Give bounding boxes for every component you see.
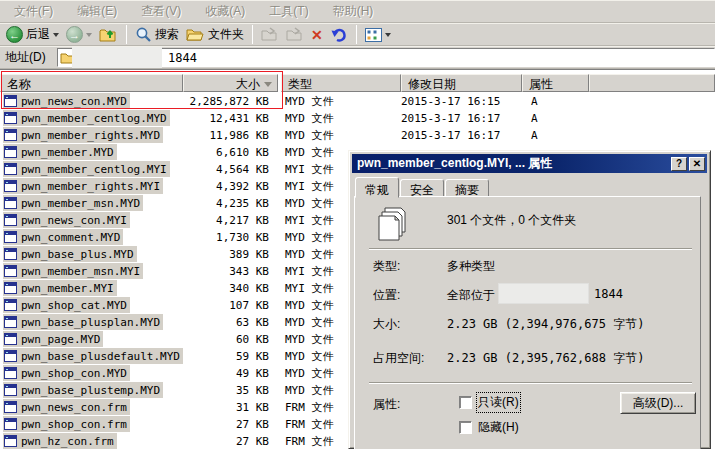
- file-attr-cell: A: [522, 112, 589, 125]
- file-size-cell: 4,235 KB: [183, 197, 278, 210]
- readonly-label[interactable]: 只读(R): [478, 394, 519, 411]
- file-name-cell[interactable]: pwn_member_centlog.MYI: [0, 161, 183, 178]
- search-button[interactable]: 搜索: [133, 24, 181, 45]
- file-size-cell: 11,986 KB: [183, 129, 278, 142]
- file-name-cell[interactable]: pwn_news_con.MYD: [0, 93, 183, 110]
- forward-icon: →: [66, 26, 83, 43]
- up-folder-icon: [99, 26, 118, 43]
- move-to-button: [259, 24, 281, 45]
- file-icon: [4, 95, 17, 107]
- hidden-checkbox[interactable]: [459, 421, 472, 434]
- views-icon: [365, 28, 382, 42]
- menu-item[interactable]: 查看(V): [137, 1, 185, 22]
- file-name-cell[interactable]: pwn_member_msn.MYI: [0, 263, 183, 280]
- address-input[interactable]: 1844: [57, 48, 715, 67]
- forward-dropdown-icon[interactable]: [86, 33, 92, 37]
- help-button[interactable]: ?: [671, 157, 687, 171]
- file-icon: [4, 299, 17, 311]
- file-name-cell[interactable]: pwn_member_rights.MYI: [0, 178, 183, 195]
- toolbar-separator: [126, 25, 127, 44]
- dialog-tabs: 常规安全摘要: [355, 177, 490, 197]
- back-dropdown-icon[interactable]: [53, 33, 59, 37]
- general-tab-panel: 301 个文件，0 个文件夹 类型: 多种类型 位置: 全部位于 1844 大小…: [354, 196, 701, 449]
- copy-to-button: [284, 24, 306, 45]
- file-name-cell[interactable]: pwn_base_plus.MYD: [0, 246, 183, 263]
- sort-desc-icon: [264, 82, 272, 87]
- advanced-button[interactable]: 高级(D)...: [620, 392, 696, 414]
- up-button[interactable]: [97, 24, 120, 45]
- readonly-checkbox[interactable]: [459, 396, 472, 409]
- views-button[interactable]: [363, 24, 393, 45]
- file-name-cell[interactable]: pwn_shop_con.MYD: [0, 365, 183, 382]
- redaction-box: [498, 283, 589, 304]
- file-type-cell: MYD 文件: [281, 94, 401, 109]
- search-label: 搜索: [155, 26, 179, 43]
- file-name-cell[interactable]: pwn_member.MYI: [0, 280, 183, 297]
- column-header-type[interactable]: 类型: [281, 74, 401, 92]
- menu-item[interactable]: 编辑(E): [73, 1, 121, 22]
- column-header-modified[interactable]: 修改日期: [401, 74, 522, 92]
- file-name-cell[interactable]: pwn_page.MYD: [0, 331, 183, 348]
- back-button[interactable]: ← 后退: [4, 24, 61, 45]
- menu-item[interactable]: 帮助(H): [329, 1, 378, 22]
- dialog-title-bar[interactable]: pwn_member_centlog.MYI, ... 属性 ? ✕: [352, 154, 707, 173]
- properties-dialog: pwn_member_centlog.MYI, ... 属性 ? ✕ 常规安全摘…: [348, 150, 711, 449]
- file-name-cell[interactable]: pwn_base_plusdefault.MYD: [0, 348, 183, 365]
- table-row[interactable]: pwn_member_centlog.MYD 12,431 KB MYD 文件 …: [0, 110, 715, 127]
- size-label: 大小:: [373, 316, 400, 333]
- file-name-cell[interactable]: pwn_news_con.MYI: [0, 212, 183, 229]
- delete-icon: ✕: [311, 28, 323, 42]
- file-name-cell[interactable]: pwn_hz_con.frm: [0, 433, 183, 449]
- dialog-tab[interactable]: 常规: [355, 177, 399, 198]
- location-value: 1844: [594, 287, 623, 301]
- folders-button[interactable]: 文件夹: [184, 24, 246, 45]
- folders-icon: [186, 27, 205, 42]
- table-row[interactable]: pwn_news_con.MYD 2,285,872 KB MYD 文件 201…: [0, 93, 715, 110]
- file-size-cell: 31 KB: [183, 401, 278, 414]
- views-dropdown-icon[interactable]: [385, 33, 391, 37]
- file-size-cell: 27 KB: [183, 418, 278, 431]
- table-row[interactable]: pwn_member_rights.MYD 11,986 KB MYD 文件 2…: [0, 127, 715, 144]
- file-name-cell[interactable]: pwn_member_msn.MYD: [0, 195, 183, 212]
- file-name-cell[interactable]: pwn_shop_con.frm: [0, 416, 183, 433]
- dialog-tab[interactable]: 摘要: [445, 179, 489, 197]
- file-attr-cell: A: [522, 129, 589, 142]
- undo-button[interactable]: [328, 24, 350, 45]
- column-header-size[interactable]: 大小: [183, 74, 278, 92]
- menu-item[interactable]: 收藏(A): [201, 1, 249, 22]
- file-size-cell: 389 KB: [183, 248, 278, 261]
- dialog-tab[interactable]: 安全: [400, 179, 444, 197]
- file-icon: [4, 197, 17, 209]
- file-icon: [4, 384, 17, 396]
- menu-item[interactable]: 文件(F): [10, 1, 57, 22]
- file-modified-cell: 2015-3-17 16:17: [401, 129, 522, 142]
- file-name-cell[interactable]: pwn_base_plusplan.MYD: [0, 314, 183, 331]
- file-modified-cell: 2015-3-17 16:17: [401, 112, 522, 125]
- menu-item[interactable]: 工具(T): [265, 1, 312, 22]
- file-name-cell[interactable]: pwn_member.MYD: [0, 144, 183, 161]
- file-size-cell: 340 KB: [183, 282, 278, 295]
- file-name-cell[interactable]: pwn_member_rights.MYD: [0, 127, 183, 144]
- file-size-cell: 1,730 KB: [183, 231, 278, 244]
- column-header-name[interactable]: 名称: [0, 74, 183, 92]
- file-name-cell[interactable]: pwn_shop_cat.MYD: [0, 297, 183, 314]
- file-icon: [4, 214, 17, 226]
- file-icon: [4, 112, 17, 124]
- file-name-cell[interactable]: pwn_base_plustemp.MYD: [0, 382, 183, 399]
- delete-button[interactable]: ✕: [309, 24, 325, 45]
- back-icon: ←: [6, 26, 23, 43]
- close-button[interactable]: ✕: [689, 157, 705, 171]
- file-name-cell[interactable]: pwn_comment.MYD: [0, 229, 183, 246]
- toolbar: ← 后退 → 搜索 文件夹: [0, 23, 715, 46]
- hidden-label[interactable]: 隐藏(H): [478, 419, 519, 436]
- file-size-cell: 12,431 KB: [183, 112, 278, 125]
- column-header-attr[interactable]: 属性: [522, 74, 589, 92]
- type-label: 类型:: [373, 258, 400, 275]
- file-type-cell: MYD 文件: [281, 128, 401, 143]
- file-name-cell[interactable]: pwn_member_centlog.MYD: [0, 110, 183, 127]
- forward-button[interactable]: →: [64, 24, 94, 45]
- file-size-cell: 107 KB: [183, 299, 278, 312]
- file-name-cell[interactable]: pwn_news_con.frm: [0, 399, 183, 416]
- column-header-blank: [589, 74, 715, 92]
- redaction-box: [72, 47, 162, 68]
